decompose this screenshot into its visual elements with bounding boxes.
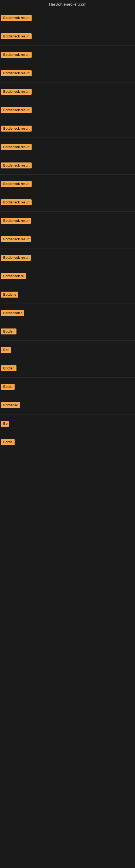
bottleneck-badge[interactable]: Bottleneck result — [1, 218, 31, 224]
bottleneck-badge[interactable]: Bottleneck re — [1, 273, 26, 279]
bottleneck-badge[interactable]: Bottleneck result — [1, 255, 31, 261]
list-item: Bottleneck result — [0, 193, 135, 212]
list-item: Bottleneck result — [0, 138, 135, 156]
list-item: Bottleneck result — [0, 119, 135, 138]
list-item: Bottleneck result — [0, 83, 135, 101]
bottleneck-badge[interactable]: Bo — [1, 421, 9, 427]
bottleneck-badge[interactable]: Bottle — [1, 439, 14, 445]
bottleneck-badge[interactable]: Bottleneck result — [1, 144, 32, 150]
bottleneck-badge[interactable]: Bottleneck result — [1, 162, 32, 168]
bottleneck-badge[interactable]: Bottleneck result — [1, 33, 32, 39]
list-item: Bottlen — [0, 322, 135, 341]
bottleneck-badge[interactable]: Bottlenec — [1, 402, 20, 408]
bottleneck-badge[interactable]: Bottleneck result — [1, 199, 32, 205]
list-item: Bottleneck r — [0, 304, 135, 322]
bottleneck-badge[interactable]: Bottlen — [1, 329, 16, 335]
bottleneck-badge[interactable]: Bottleneck result — [1, 181, 32, 187]
site-title: TheBottlenecker.com — [0, 0, 135, 9]
bottleneck-badge[interactable]: Bottleneck result — [1, 70, 32, 76]
list-item: Bottlenec — [0, 396, 135, 414]
list-item: Bottle — [0, 433, 135, 452]
bottleneck-badge[interactable]: Bottlen — [1, 365, 16, 371]
bottleneck-badge[interactable]: Bottleneck result — [1, 52, 32, 58]
bottleneck-badge[interactable]: Bot — [1, 347, 11, 353]
list-item: Bot — [0, 341, 135, 359]
list-item: Bottleneck result — [0, 230, 135, 248]
badges-container: Bottleneck resultBottleneck resultBottle… — [0, 9, 135, 452]
list-item: Bottleneck result — [0, 248, 135, 267]
list-item: Bottleneck result — [0, 45, 135, 64]
list-item: Bo — [0, 414, 135, 433]
bottleneck-badge[interactable]: Bottleneck result — [1, 126, 32, 131]
list-item: Bottle — [0, 378, 135, 396]
bottleneck-badge[interactable]: Bottle — [1, 384, 14, 390]
bottleneck-badge[interactable]: Bottleneck result — [1, 107, 32, 113]
list-item: Bottleneck result — [0, 27, 135, 45]
list-item: Bottleneck result — [0, 9, 135, 27]
site-header: TheBottlenecker.com — [0, 0, 135, 9]
list-item: Bottlen — [0, 359, 135, 378]
list-item: Bottleneck result — [0, 212, 135, 230]
list-item: Bottleneck result — [0, 156, 135, 175]
list-item: Bottlene — [0, 285, 135, 304]
bottleneck-badge[interactable]: Bottleneck result — [1, 89, 32, 95]
bottleneck-badge[interactable]: Bottleneck result — [1, 15, 32, 21]
list-item: Bottleneck result — [0, 101, 135, 119]
bottleneck-badge[interactable]: Bottleneck result — [1, 236, 31, 242]
bottleneck-badge[interactable]: Bottlene — [1, 291, 18, 298]
bottleneck-badge[interactable]: Bottleneck r — [1, 310, 24, 316]
list-item: Bottleneck result — [0, 175, 135, 193]
list-item: Bottleneck result — [0, 64, 135, 83]
list-item: Bottleneck re — [0, 267, 135, 285]
